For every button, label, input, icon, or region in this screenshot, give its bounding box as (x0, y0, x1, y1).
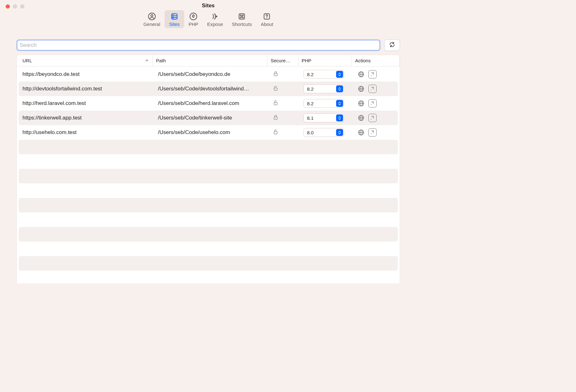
cell-secured (269, 70, 300, 78)
cell-php: 8.2 (300, 99, 354, 108)
search-row (16, 40, 400, 51)
broadcast-icon (210, 12, 219, 21)
minimize-window-button[interactable] (13, 4, 17, 9)
cell-secured (269, 114, 300, 122)
table-row-empty (19, 198, 398, 212)
site-url: https://tinkerwell.app.test (22, 115, 82, 121)
site-path: /Users/seb/Code/herd.laravel.com (158, 100, 239, 107)
site-url: https://beyondco.de.test (22, 71, 80, 77)
site-url: http://usehelo.com.test (22, 129, 77, 136)
toolbar-tab-general[interactable]: General (139, 10, 165, 28)
open-external-button[interactable] (368, 70, 377, 78)
question-square-icon (262, 12, 271, 21)
toolbar-tab-label: General (143, 21, 160, 27)
open-in-browser-button[interactable] (357, 128, 365, 137)
lock-open-icon[interactable] (272, 85, 279, 93)
cell-php: 8.2 (300, 84, 354, 93)
php-version-value: 8.0 (307, 130, 314, 135)
php-version-select[interactable]: 8.2 (304, 70, 344, 79)
toolbar-tab-label: Sites (169, 21, 179, 27)
table-row[interactable]: http://usehelo.com.test/Users/seb/Code/u… (19, 125, 398, 140)
cell-path: /Users/seb/Code/herd.laravel.com (155, 100, 269, 107)
table-row[interactable]: https://beyondco.de.test/Users/seb/Code/… (19, 67, 398, 82)
cell-secured (269, 85, 300, 93)
cell-url: https://tinkerwell.app.test (19, 115, 155, 121)
site-path: /Users/seb/Code/usehelo.com (158, 129, 230, 136)
zoom-window-button[interactable] (20, 4, 24, 9)
column-header-url[interactable]: URL (17, 55, 153, 66)
cell-actions (354, 70, 398, 78)
table-row-empty (19, 227, 398, 242)
table-row-empty (19, 212, 398, 227)
open-in-browser-button[interactable] (357, 70, 365, 78)
php-version-select[interactable]: 8.1 (304, 113, 344, 122)
select-stepper-icon (336, 100, 343, 107)
content: URL Path Secure… PHP Actions https://bey… (0, 31, 416, 283)
column-header-php[interactable]: PHP (298, 55, 352, 66)
search-input[interactable] (18, 41, 379, 50)
php-version-select[interactable]: 8.0 (304, 128, 344, 137)
cell-php: 8.1 (300, 113, 354, 122)
table-header: URL Path Secure… PHP Actions (17, 55, 400, 66)
table-row-empty (19, 271, 398, 283)
php-version-value: 8.2 (307, 86, 314, 92)
table-row-empty (19, 140, 398, 154)
table-row[interactable]: http://devtoolsfortailwind.com.test/User… (19, 82, 398, 96)
cell-url: http://herd.laravel.com.test (19, 100, 155, 107)
toolbar-tab-expose[interactable]: Expose (203, 10, 227, 28)
toolbar-tab-shortcuts[interactable]: Shortcuts (228, 10, 256, 28)
column-header-actions[interactable]: Actions (352, 55, 400, 66)
table-row-empty (19, 154, 398, 169)
toolbar-tab-about[interactable]: About (256, 10, 278, 28)
command-icon (237, 12, 246, 21)
lock-icon[interactable] (272, 70, 279, 78)
column-header-actions-label: Actions (355, 58, 371, 63)
open-external-button[interactable] (368, 114, 377, 122)
site-url: http://herd.laravel.com.test (22, 100, 86, 107)
table-row-empty (19, 169, 398, 183)
lock-icon[interactable] (272, 114, 279, 122)
site-path: /Users/seb/Code/beyondco.de (158, 71, 230, 77)
toolbar-tab-php[interactable]: PHP (184, 10, 203, 28)
column-header-path-label: Path (156, 58, 166, 63)
site-path: /Users/seb/Code/tinkerwell-site (158, 115, 232, 121)
user-circle-icon (147, 12, 156, 21)
server-icon (170, 12, 179, 21)
column-header-secured-label: Secure… (271, 58, 291, 63)
cell-secured (269, 129, 300, 137)
php-version-value: 8.2 (307, 101, 314, 106)
open-external-button[interactable] (368, 128, 377, 137)
open-in-browser-button[interactable] (357, 85, 365, 93)
open-external-button[interactable] (368, 85, 377, 93)
cell-url: https://beyondco.de.test (19, 71, 155, 77)
open-external-button[interactable] (368, 99, 377, 107)
cell-path: /Users/seb/Code/tinkerwell-site (155, 115, 269, 121)
compass-icon (189, 12, 198, 21)
titlebar: Sites (0, 0, 416, 9)
cell-actions (354, 99, 398, 107)
column-header-path[interactable]: Path (153, 55, 267, 66)
cell-url: http://devtoolsfortailwind.com.test (19, 86, 155, 92)
column-header-secured[interactable]: Secure… (267, 55, 298, 66)
table-row-empty (19, 242, 398, 256)
php-version-select[interactable]: 8.2 (304, 84, 344, 93)
php-version-select[interactable]: 8.2 (304, 99, 344, 108)
site-path: /Users/seb/Code/devtoolsfortailwind… (158, 86, 249, 92)
table-row[interactable]: https://tinkerwell.app.test/Users/seb/Co… (19, 111, 398, 125)
toolbar-tab-label: PHP (189, 21, 198, 27)
toolbar-tab-label: Expose (207, 21, 223, 27)
cell-actions (354, 128, 398, 137)
toolbar-tab-sites[interactable]: Sites (165, 10, 184, 28)
sites-table: URL Path Secure… PHP Actions https://bey… (16, 55, 400, 283)
lock-open-icon[interactable] (272, 100, 279, 107)
lock-open-icon[interactable] (272, 129, 279, 137)
table-row[interactable]: http://herd.laravel.com.test/Users/seb/C… (19, 96, 398, 111)
refresh-icon (389, 41, 395, 49)
table-body: https://beyondco.de.test/Users/seb/Code/… (17, 66, 400, 283)
open-in-browser-button[interactable] (357, 114, 365, 122)
close-window-button[interactable] (6, 4, 10, 9)
toolbar-tab-label: About (261, 21, 273, 27)
refresh-button[interactable] (384, 40, 400, 51)
cell-url: http://usehelo.com.test (19, 129, 155, 136)
open-in-browser-button[interactable] (357, 99, 365, 107)
